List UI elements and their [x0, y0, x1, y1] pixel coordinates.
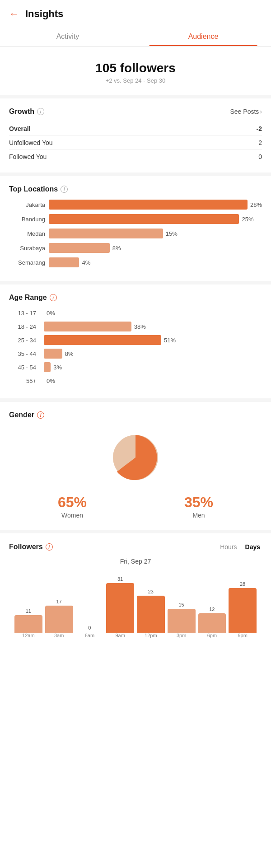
- locations-bar-chart: Jakarta 28% Bandung 25% Medan 15% Suraba…: [9, 200, 262, 267]
- header: ← Insights: [0, 0, 271, 26]
- age-bar-chart: 13 - 17 0% 18 - 24 38% 25 - 34 51%: [9, 308, 262, 386]
- growth-row-unfollowed: Unfollowed You 2: [9, 136, 262, 150]
- gender-women: 65% Women: [58, 494, 87, 519]
- bar-val-3am: 17: [56, 599, 62, 604]
- bar-col-12pm: 23: [137, 589, 165, 633]
- age-row-55plus: 55+ 0%: [9, 376, 262, 386]
- age-row-25-34: 25 - 34 51%: [9, 335, 262, 345]
- followers-title-wrap: Followers i: [9, 543, 53, 551]
- bar-col-9pm: 28: [229, 581, 257, 633]
- bar-body-12pm: [137, 596, 165, 633]
- bar-col-9am: 31: [106, 576, 134, 633]
- see-posts-button[interactable]: See Posts ›: [230, 108, 262, 115]
- bar-val-3pm: 15: [179, 602, 184, 607]
- bar-body-6am: [76, 632, 104, 633]
- bar-row-semarang: Semarang 4%: [9, 257, 262, 267]
- bar-val-6pm: 12: [209, 607, 215, 612]
- chart-date-label: Fri, Sep 27: [9, 558, 262, 565]
- age-bar-35-44: [44, 349, 62, 359]
- top-locations-title: Top Locations i: [9, 185, 68, 193]
- followers-bar-chart: 11 17 0 31 23: [13, 569, 258, 633]
- followers-info-icon[interactable]: i: [46, 543, 53, 551]
- gender-info-icon[interactable]: i: [37, 411, 44, 419]
- gender-stats: 65% Women 35% Men: [9, 494, 262, 519]
- age-range-title: Age Range i: [9, 294, 57, 302]
- gender-pie-chart: [106, 428, 165, 487]
- bar-col-12am: 11: [14, 608, 42, 633]
- x-label-9pm: 9pm: [229, 633, 257, 638]
- growth-row-overall: Overall -2: [9, 122, 262, 136]
- followers-section: Followers i Hours Days Fri, Sep 27 11 17…: [0, 533, 271, 645]
- bar-col-3pm: 15: [168, 602, 196, 633]
- x-label-9am: 9am: [106, 633, 134, 638]
- x-label-6pm: 6pm: [198, 633, 226, 638]
- bar-body-6pm: [198, 613, 226, 633]
- tab-bar: Activity Audience: [0, 26, 271, 47]
- bar-val-9pm: 28: [240, 581, 245, 587]
- x-label-3pm: 3pm: [168, 633, 196, 638]
- age-row-45-54: 45 - 54 3%: [9, 362, 262, 372]
- bar-row-medan: Medan 15%: [9, 229, 262, 238]
- bar-col-6pm: 12: [198, 607, 226, 633]
- followers-hero: 105 followers +2 vs. Sep 24 - Sep 30: [0, 47, 271, 98]
- bar-fill-bandung: [49, 214, 239, 224]
- bar-body-9am: [106, 583, 134, 633]
- bar-fill-jakarta: [49, 200, 248, 210]
- growth-row-followed: Followed You 0: [9, 150, 262, 163]
- growth-section: Growth i See Posts › Overall -2 Unfollow…: [0, 98, 271, 176]
- pie-chart-container: 65% Women 35% Men: [9, 428, 262, 519]
- bar-body-3am: [45, 606, 73, 633]
- age-bar-45-54: [44, 362, 51, 372]
- age-bar-25-34: [44, 335, 161, 345]
- gender-title: Gender i: [9, 411, 262, 419]
- x-label-6am: 6am: [76, 633, 104, 638]
- top-locations-header: Top Locations i: [9, 185, 262, 193]
- bar-fill-surabaya: [49, 243, 110, 253]
- bar-val-9am: 31: [117, 576, 123, 582]
- followers-count: 105 followers: [9, 61, 262, 75]
- bar-body-12am: [14, 615, 42, 633]
- bar-fill-semarang: [49, 257, 79, 267]
- followers-chart-wrapper: 11 17 0 31 23: [9, 569, 262, 638]
- men-label: Men: [184, 512, 213, 519]
- growth-info-icon[interactable]: i: [37, 108, 44, 115]
- bar-val-12pm: 23: [148, 589, 154, 594]
- bar-row-bandung: Bandung 25%: [9, 214, 262, 224]
- age-range-section: Age Range i 13 - 17 0% 18 - 24 38% 25 - …: [0, 285, 271, 402]
- time-toggle: Hours Days: [218, 542, 262, 551]
- age-info-icon[interactable]: i: [50, 294, 57, 301]
- x-label-3am: 3am: [45, 633, 73, 638]
- bar-fill-medan: [49, 229, 163, 238]
- growth-title: Growth i: [9, 107, 44, 116]
- bar-body-3pm: [168, 609, 196, 633]
- bar-body-9pm: [229, 588, 257, 633]
- age-range-header: Age Range i: [9, 294, 262, 302]
- age-row-35-44: 35 - 44 8%: [9, 349, 262, 359]
- locations-info-icon[interactable]: i: [61, 186, 68, 193]
- gender-men: 35% Men: [184, 494, 213, 519]
- x-label-12am: 12am: [14, 633, 42, 638]
- age-bar-18-24: [44, 322, 131, 331]
- followers-comparison: +2 vs. Sep 24 - Sep 30: [9, 77, 262, 84]
- x-axis: 12am 3am 6am 9am 12pm 3pm 6pm 9pm: [13, 633, 258, 638]
- chevron-right-icon: ›: [260, 108, 262, 115]
- women-pct: 65%: [58, 494, 87, 511]
- hours-button[interactable]: Hours: [218, 542, 238, 551]
- women-label: Women: [58, 512, 87, 519]
- bar-val-6am: 0: [88, 625, 91, 630]
- age-row-18-24: 18 - 24 38%: [9, 322, 262, 331]
- x-label-12pm: 12pm: [137, 633, 165, 638]
- days-button[interactable]: Days: [243, 542, 262, 551]
- age-row-13-17: 13 - 17 0%: [9, 308, 262, 318]
- bar-col-6am: 0: [76, 625, 104, 633]
- bar-row-surabaya: Surabaya 8%: [9, 243, 262, 253]
- bar-val-12am: 11: [26, 608, 31, 614]
- page-title: Insights: [25, 8, 63, 20]
- men-pct: 35%: [184, 494, 213, 511]
- back-button[interactable]: ←: [9, 8, 19, 20]
- tab-activity[interactable]: Activity: [0, 26, 136, 46]
- followers-header: Followers i Hours Days: [9, 542, 262, 551]
- tab-audience[interactable]: Audience: [136, 26, 271, 46]
- gender-section: Gender i 65% Women 35% Men: [0, 402, 271, 533]
- followers-title: Followers: [9, 543, 43, 551]
